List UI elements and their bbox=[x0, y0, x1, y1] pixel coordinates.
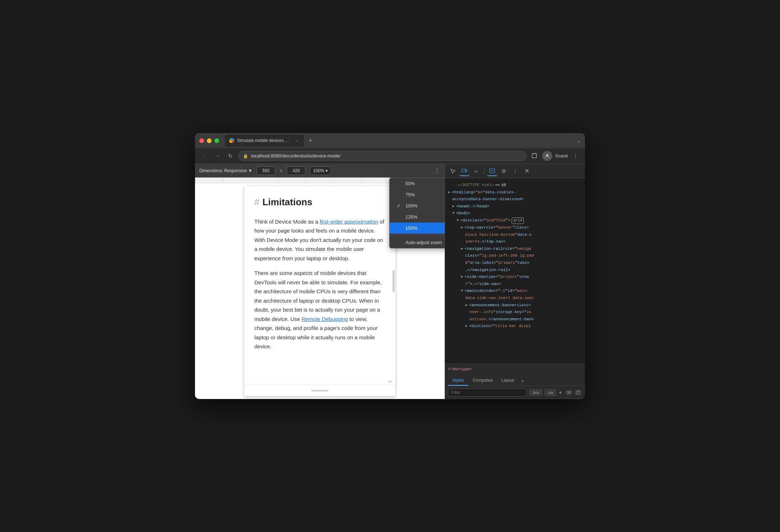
height-input[interactable] bbox=[287, 166, 305, 175]
expand-topnav-icon[interactable]: ► bbox=[461, 225, 463, 231]
inspect-element-button[interactable] bbox=[448, 166, 458, 176]
zoom-125-option[interactable]: 125% bbox=[390, 211, 445, 223]
tab-close-button[interactable]: × bbox=[295, 138, 300, 143]
tabs-more-button[interactable]: » bbox=[518, 376, 527, 386]
page-paragraph-1: Think of Device Mode as a first-order ap… bbox=[254, 217, 385, 263]
zoom-150-option[interactable]: 150% bbox=[390, 223, 445, 234]
html-line-body[interactable]: ▼ <body> bbox=[448, 210, 582, 217]
device-toolbar: Dimensions: Responsive ▼ × 100% ▾ ⋮ 50% bbox=[195, 164, 445, 178]
auto-adjust-option[interactable]: Auto-adjust zoom bbox=[390, 237, 445, 248]
new-style-rule-button[interactable] bbox=[574, 389, 582, 396]
html-line-title-bar[interactable]: ► <div class =" title-bar displ bbox=[448, 323, 582, 330]
svg-rect-4 bbox=[466, 170, 467, 171]
zoom-dropdown[interactable]: 100% ▾ bbox=[310, 166, 331, 175]
expand-titlebar-icon[interactable]: ► bbox=[465, 323, 468, 330]
toolbar-separator bbox=[484, 168, 484, 175]
html-line-scaffold[interactable]: ▼ <div class =" scaffold "> grid bbox=[448, 217, 582, 224]
computed-tab[interactable]: Computed bbox=[468, 376, 497, 386]
tab-bar: Simulate mobile devices with D × + bbox=[225, 134, 577, 147]
resize-handle[interactable] bbox=[311, 390, 328, 391]
bottom-handle-bar bbox=[244, 385, 395, 396]
menu-button[interactable]: ⋮ bbox=[571, 151, 581, 161]
expand-head-icon[interactable]: ► bbox=[452, 203, 455, 210]
html-line-top-nav-2: block hairline-bottom " data-s bbox=[448, 231, 582, 239]
html-line-nav-rail[interactable]: ► <navigation-rail role =" naviga bbox=[448, 246, 582, 253]
devtools-more-button[interactable]: ⋮ bbox=[510, 166, 520, 176]
bookmarks-button[interactable] bbox=[529, 151, 539, 161]
svg-rect-1 bbox=[533, 153, 535, 154]
html-line-side-nav[interactable]: ► <side-nav type =" project " view bbox=[448, 274, 582, 281]
expand-scaffold-icon[interactable]: ▼ bbox=[457, 217, 459, 224]
browser-window: Simulate mobile devices with D × + ⌄ ← →… bbox=[195, 133, 585, 399]
filter-icon-group bbox=[565, 389, 582, 396]
zoom-value: 100% bbox=[313, 168, 324, 173]
styles-tab[interactable]: Styles bbox=[448, 376, 468, 386]
width-input[interactable] bbox=[257, 166, 275, 175]
expand-body-icon[interactable]: ▼ bbox=[452, 210, 455, 217]
title-bar-chevron-icon: ⌄ bbox=[577, 138, 581, 143]
first-order-link[interactable]: first-order approximation bbox=[320, 219, 378, 225]
grid-badge: grid bbox=[512, 217, 524, 224]
expand-sidenav-icon[interactable]: ► bbox=[461, 274, 463, 280]
check-150-icon bbox=[397, 225, 403, 231]
forward-button[interactable]: → bbox=[212, 151, 222, 161]
html-line-side-nav-2: t ">… </side-nav> bbox=[448, 281, 582, 288]
devtools-close-button[interactable]: ✕ bbox=[522, 166, 532, 176]
layout-tab[interactable]: Layout bbox=[497, 376, 518, 386]
expand-navrail-icon[interactable]: ► bbox=[461, 246, 463, 252]
html-line-head[interactable]: ► <head>…</head> bbox=[448, 203, 582, 210]
zoom-75-option[interactable]: 75% bbox=[390, 189, 445, 200]
more-panels-button[interactable]: ›› bbox=[471, 166, 481, 176]
devtools-panel: ›› ⚙ ⋮ ✕ ···<!DOCTYPE html> == $0 bbox=[445, 164, 585, 399]
address-input[interactable]: 🔒 localhost:8080/docs/devtools/device-mo… bbox=[238, 151, 526, 161]
settings-button[interactable]: ⚙ bbox=[499, 166, 509, 176]
active-tab[interactable]: Simulate mobile devices with D × bbox=[225, 134, 304, 147]
html-line-announcement[interactable]: ► <announcement-banner class = bbox=[448, 302, 582, 309]
html-line-announcement-2: nner--info " storage-key =" us bbox=[448, 309, 582, 316]
zoom-100-option[interactable]: ✓ 100% bbox=[390, 200, 445, 211]
hov-filter-button[interactable]: :hov bbox=[529, 389, 542, 396]
dimensions-label[interactable]: Dimensions: Responsive ▼ bbox=[199, 168, 252, 173]
reload-button[interactable]: ↻ bbox=[225, 151, 235, 161]
expand-main-icon[interactable]: ▼ bbox=[461, 288, 463, 294]
page-heading: # Limitations bbox=[254, 195, 385, 210]
page-scrollbar[interactable] bbox=[393, 270, 395, 292]
html-line-nav-rail-3: 0 " aria-label =" primary " tabin bbox=[448, 260, 582, 267]
zoom-50-option[interactable]: 50% bbox=[390, 178, 445, 189]
html-line-nav-rail-4: … </navigation-rail> bbox=[448, 267, 582, 274]
check-50-icon bbox=[397, 181, 403, 186]
devtools-style-tabs: Styles Computed Layout » bbox=[445, 373, 585, 386]
device-mode-button[interactable] bbox=[459, 166, 470, 176]
expand-html-icon[interactable]: ► bbox=[448, 189, 450, 196]
edit-icon[interactable]: ✏ bbox=[388, 379, 393, 385]
svg-rect-7 bbox=[576, 391, 580, 394]
new-tab-button[interactable]: + bbox=[305, 136, 316, 146]
toolbar-more-button[interactable]: ⋮ bbox=[434, 167, 440, 175]
minimize-button[interactable] bbox=[207, 138, 212, 143]
check-100-icon: ✓ bbox=[397, 203, 403, 208]
svg-rect-5 bbox=[490, 169, 495, 173]
lang-attr: lang bbox=[464, 189, 473, 196]
page-content: # Limitations Think of Device Mode as a … bbox=[244, 186, 395, 366]
html-line-top-nav-3: inert >… </top-nav> bbox=[448, 238, 582, 246]
html-line-main[interactable]: ▼ <main tabindex =" -1 " id =" main- bbox=[448, 288, 582, 295]
selected-doctype-bar: <!doctype> bbox=[445, 363, 585, 373]
remote-debugging-link[interactable]: Remote Debugging bbox=[301, 316, 348, 322]
close-button[interactable] bbox=[199, 138, 204, 143]
html-line-top-nav[interactable]: ► <top-nav role =" banner " class= bbox=[448, 224, 582, 231]
toggle-element-state-button[interactable] bbox=[565, 389, 573, 396]
expand-announcement-icon[interactable]: ► bbox=[465, 302, 468, 309]
heading-text: Limitations bbox=[262, 195, 312, 210]
left-panel: Dimensions: Responsive ▼ × 100% ▾ ⋮ 50% bbox=[195, 164, 445, 399]
add-style-button[interactable]: + bbox=[559, 389, 562, 396]
url-text: localhost:8080/docs/devtools/device-mode… bbox=[251, 153, 341, 159]
traffic-lights bbox=[199, 138, 219, 143]
elements-panel-button[interactable] bbox=[487, 166, 497, 176]
doctype-comment: ···<!DOCTYPE html> bbox=[451, 182, 494, 188]
styles-filter-input[interactable] bbox=[448, 389, 526, 396]
maximize-button[interactable] bbox=[214, 138, 219, 143]
profile-icon[interactable] bbox=[542, 151, 552, 161]
back-button[interactable]: ← bbox=[199, 151, 209, 161]
cls-filter-button[interactable]: .cls bbox=[545, 389, 556, 396]
html-line-html[interactable]: ► <html lang =" en " data-cookies- bbox=[448, 189, 582, 196]
